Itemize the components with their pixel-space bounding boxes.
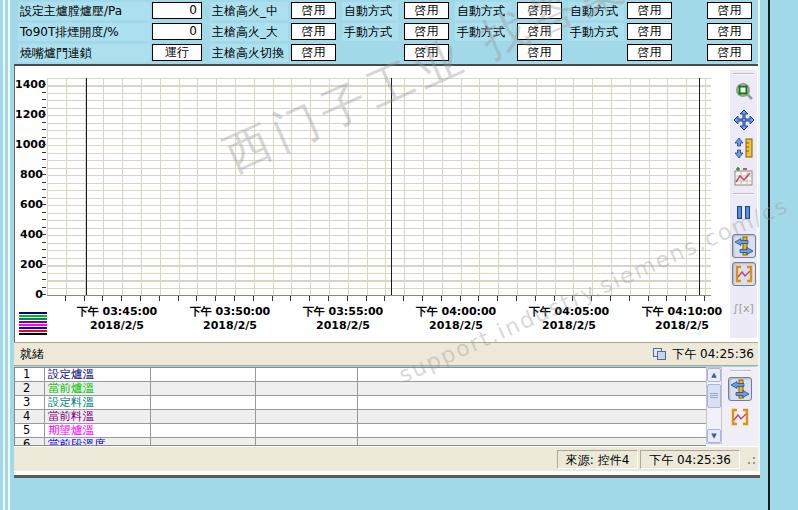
ready-status: 就緒	[14, 346, 653, 363]
enable-button[interactable]: 啓用	[707, 23, 752, 40]
enable-button[interactable]: 啓用	[291, 2, 336, 19]
left-window-edge-2	[8, 0, 10, 510]
scroll-up-icon[interactable]: ▲	[707, 368, 721, 382]
table-row[interactable]: 2 當前爐溫	[15, 382, 706, 396]
enable-button[interactable]: 啓用	[627, 2, 672, 19]
stretch-value-axis-button[interactable]	[732, 136, 756, 160]
chart-status-bar: 就緒 下午 04:25:36	[14, 342, 758, 366]
swap-arrows-icon	[734, 236, 754, 256]
x-tick-label: 下午 03:50:002018/2/5	[174, 305, 286, 333]
enable-button[interactable]: 啓用	[291, 23, 336, 40]
enable-button[interactable]: 啓用	[517, 2, 562, 19]
enable-button[interactable]: 啓用	[627, 44, 672, 61]
select-time-range-button[interactable]	[728, 405, 752, 429]
resize-grip-icon[interactable]	[744, 453, 756, 465]
bottom-status-bar: 來源: 控件4 下午 04:25:36	[14, 446, 758, 471]
enable-button[interactable]: 啓用	[404, 44, 449, 61]
row-number: 5	[15, 424, 45, 437]
label-manual-mode-2: 手動方式	[455, 23, 511, 41]
curve-name: 設定爐溫	[45, 368, 151, 381]
x-tick-label: 下午 04:10:002018/2/5	[626, 305, 738, 333]
move-icon	[734, 110, 754, 130]
enable-button[interactable]: 啓用	[291, 44, 336, 61]
pause-icon	[737, 206, 750, 219]
time-cursor-line[interactable]	[391, 78, 392, 295]
window-copy-icon[interactable]	[653, 348, 667, 361]
plot-area[interactable]	[47, 78, 711, 296]
label-auto-mode-1: 自動方式	[342, 2, 398, 20]
row-number: 1	[15, 368, 45, 381]
y-axis-ticks	[42, 78, 46, 296]
y-tick-label: 200	[15, 258, 43, 272]
table-row[interactable]: 3 設定料溫	[15, 396, 706, 410]
table-row[interactable]: 1 設定爐溫	[15, 368, 706, 382]
label-furnace-pressure: 設定主爐膛爐壓/Pa	[18, 2, 150, 20]
enable-button[interactable]: 啓用	[517, 23, 562, 40]
ruler-brackets-icon	[730, 407, 750, 427]
time-cursor-line[interactable]	[699, 78, 700, 295]
table-row[interactable]: 5 期望爐溫	[15, 424, 706, 438]
time-cursor-line[interactable]	[86, 78, 87, 295]
pause-button[interactable]	[732, 200, 756, 224]
toolbar-separator	[730, 370, 751, 372]
right-window-border	[768, 0, 770, 510]
row-number: 2	[15, 382, 45, 395]
toolbar-separator	[733, 193, 754, 195]
table-row[interactable]: 6 當前段溫度	[15, 438, 706, 446]
y-tick-label: 800	[15, 168, 43, 182]
label-exhaust-opening: To90T排煙開度/%	[18, 23, 150, 41]
row-number: 4	[15, 410, 45, 423]
row-number: 3	[15, 396, 45, 409]
move-trend-button[interactable]	[732, 108, 756, 132]
toggle-extended-ruler-button[interactable]	[728, 377, 752, 401]
stretch-vertical-icon	[734, 138, 754, 158]
curve-name: 當前段溫度	[45, 438, 151, 446]
statistics-button[interactable]: ∫[x]	[732, 296, 756, 320]
select-time-range-button[interactable]	[732, 262, 756, 286]
label-main-gun-mid: 主槍高火_中	[210, 2, 288, 20]
scroll-down-icon[interactable]: ▼	[707, 429, 721, 443]
enable-button[interactable]: 啓用	[627, 23, 672, 40]
chart-toolbar: ∫[x]	[730, 70, 757, 338]
toggle-extended-ruler-button[interactable]	[732, 234, 756, 258]
enable-button[interactable]: 啓用	[707, 44, 752, 61]
enable-button[interactable]: 啓用	[404, 2, 449, 19]
x-tick-label: 下午 03:55:002018/2/5	[287, 305, 399, 333]
x-tick-label: 下午 03:45:002018/2/5	[61, 305, 173, 333]
window-bottom-edge	[14, 471, 760, 478]
field-furnace-pressure[interactable]: 0	[152, 2, 202, 19]
zoom-plus-minus-button[interactable]	[732, 164, 756, 188]
label-manual-mode-1: 手動方式	[342, 23, 398, 41]
scrollbar-thumb[interactable]	[707, 384, 721, 408]
enable-button[interactable]: 啓用	[517, 44, 562, 61]
y-tick-label: 1400	[15, 78, 43, 92]
left-window-edge	[3, 0, 5, 510]
status-time: 下午 04:25:36	[672, 346, 754, 363]
x-axis-ticks	[47, 296, 711, 301]
label-burner-door-interlock: 燒嘴爐門連鎖	[18, 44, 150, 62]
curve-name: 當前料溫	[45, 410, 151, 423]
zoom-area-button[interactable]	[732, 80, 756, 104]
label-manual-mode-3: 手動方式	[568, 23, 624, 41]
label-auto-mode-2: 自動方式	[455, 2, 511, 20]
trend-chart: 1400 1200 1000 800 600 400 200 0 下午 03:4…	[14, 64, 758, 342]
field-interlock-state[interactable]: 運行	[152, 44, 202, 61]
field-exhaust-opening[interactable]: 0	[152, 23, 202, 40]
enable-button[interactable]: 啓用	[707, 2, 752, 19]
table-toolbar	[722, 367, 758, 446]
label-main-gun-high: 主槍高火_大	[210, 23, 288, 41]
ruler-brackets-icon	[734, 264, 754, 284]
control-panel: 設定主爐膛爐壓/Pa 0 主槍高火_中 啓用 自動方式 啓用 自動方式 啓用 自…	[14, 0, 758, 63]
curve-name: 期望爐溫	[45, 424, 151, 437]
statistics-icon: ∫[x]	[733, 302, 754, 315]
enable-button[interactable]: 啓用	[404, 23, 449, 40]
label-main-gun-switch: 主槍高火切換	[210, 44, 288, 62]
row-number: 6	[15, 438, 45, 446]
curve-name: 當前爐溫	[45, 382, 151, 395]
x-tick-label: 下午 04:05:002018/2/5	[513, 305, 625, 333]
table-row[interactable]: 4 當前料溫	[15, 410, 706, 424]
y-tick-label: 1000	[15, 138, 43, 152]
trend-table: 1 設定爐溫 2 當前爐溫 3 設定料溫 4 當前料溫 5 期望爐溫 6 當前段…	[14, 367, 758, 446]
table-scrollbar[interactable]: ▲ ▼	[706, 367, 722, 444]
label-auto-mode-3: 自動方式	[568, 2, 624, 20]
